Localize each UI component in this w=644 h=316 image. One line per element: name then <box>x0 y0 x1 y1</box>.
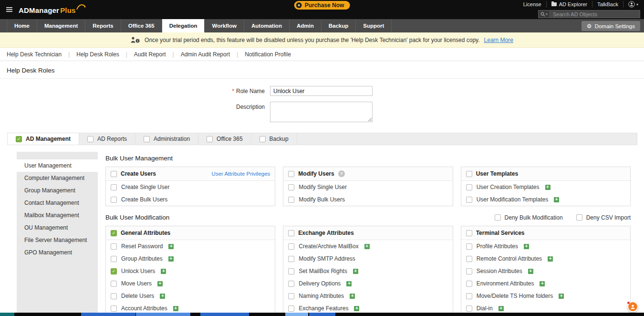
nav-tab-admin[interactable]: Admin <box>290 19 322 32</box>
group-checkbox[interactable] <box>288 230 294 236</box>
nav-tab-support[interactable]: Support <box>356 19 392 32</box>
item-checkbox[interactable] <box>288 281 294 287</box>
expand-plus-icon[interactable]: + <box>346 281 352 286</box>
group-header-link[interactable]: User Attribute Privileges <box>212 171 270 177</box>
sidebar-item-ou-management[interactable]: OU Management <box>17 221 98 234</box>
taskbar-item[interactable] <box>136 313 190 316</box>
subnav-item-admin-audit-report[interactable]: Admin Audit Report <box>174 51 237 58</box>
perm-tab-checkbox[interactable] <box>87 136 93 142</box>
item-checkbox[interactable] <box>288 268 294 274</box>
taskbar-item[interactable] <box>285 313 308 316</box>
item-checkbox[interactable] <box>111 197 117 203</box>
perm-tab-checkbox[interactable] <box>260 136 266 142</box>
taskbar-item[interactable] <box>0 313 14 316</box>
user-menu[interactable]: ▾ <box>623 1 640 8</box>
support-chat-bubble[interactable] <box>627 301 638 312</box>
top-link-license[interactable]: License <box>519 1 546 8</box>
perm-tab-checkbox[interactable] <box>207 136 213 142</box>
item-checkbox[interactable] <box>466 197 472 203</box>
taskbar-item[interactable] <box>81 313 135 316</box>
nav-tab-delegation[interactable]: Delegation <box>162 19 205 32</box>
expand-plus-icon[interactable]: + <box>160 294 165 299</box>
hamburger-menu-icon[interactable] <box>5 6 14 13</box>
group-checkbox[interactable] <box>466 230 472 236</box>
subnav-item-help-desk-roles[interactable]: Help Desk Roles <box>70 51 125 58</box>
learn-more-link[interactable]: Learn More <box>484 37 513 43</box>
item-checkbox[interactable]: ✓ <box>111 268 117 274</box>
perm-tab-office-365[interactable]: Office 365 <box>198 133 251 145</box>
expand-plus-icon[interactable]: + <box>545 185 551 190</box>
item-checkbox[interactable] <box>111 184 117 190</box>
item-checkbox[interactable] <box>288 197 294 203</box>
sidebar-item-computer-management[interactable]: Computer Management <box>17 172 98 184</box>
purchase-now-button[interactable]: Purchase Now <box>294 1 350 10</box>
subnav-item-help-desk-technician[interactable]: Help Desk Technician <box>7 51 68 58</box>
deny-checkbox[interactable] <box>576 214 582 221</box>
item-checkbox[interactable] <box>466 293 472 299</box>
item-checkbox[interactable] <box>111 243 117 250</box>
expand-plus-icon[interactable]: + <box>168 244 174 249</box>
perm-tab-checkbox[interactable]: ✓ <box>16 136 22 142</box>
item-checkbox[interactable] <box>466 305 472 312</box>
sidebar-item-group-management[interactable]: Group Management <box>17 184 98 197</box>
expand-plus-icon[interactable]: + <box>559 294 564 299</box>
expand-plus-icon[interactable]: + <box>157 281 163 286</box>
subnav-item-notification-profile[interactable]: Notification Profile <box>238 51 298 58</box>
expand-plus-icon[interactable]: + <box>528 269 533 274</box>
taskbar-item[interactable] <box>200 313 249 316</box>
nav-tab-reports[interactable]: Reports <box>85 19 121 32</box>
item-checkbox[interactable] <box>288 184 294 190</box>
expand-plus-icon[interactable]: + <box>353 269 358 274</box>
top-link-talkback[interactable]: TalkBack <box>592 1 623 8</box>
deny-option-deny-bulk-modification[interactable]: Deny Bulk Modification <box>495 214 563 221</box>
domain-settings-button[interactable]: ⚙ Domain Settings <box>582 21 640 31</box>
description-textarea[interactable] <box>270 102 373 122</box>
item-checkbox[interactable] <box>111 305 117 312</box>
search-input[interactable] <box>550 11 640 17</box>
nav-tab-automation[interactable]: Automation <box>244 19 290 32</box>
group-checkbox[interactable] <box>466 171 472 177</box>
sidebar-item-file-server-management[interactable]: File Server Management <box>17 234 98 246</box>
top-link-ad-explorer[interactable]: AD Explorer <box>546 1 592 8</box>
item-checkbox[interactable] <box>288 293 294 299</box>
group-checkbox[interactable] <box>111 171 117 177</box>
group-checkbox[interactable] <box>288 171 294 177</box>
deny-checkbox[interactable] <box>495 214 501 221</box>
perm-tab-checkbox[interactable] <box>144 136 150 142</box>
perm-tab-ad-reports[interactable]: AD Reports <box>79 133 135 145</box>
subnav-item-audit-report[interactable]: Audit Report <box>127 51 173 58</box>
item-checkbox[interactable] <box>288 305 294 312</box>
search-scope-dropdown[interactable]: ▾ <box>539 11 550 18</box>
expand-plus-icon[interactable]: + <box>524 244 529 249</box>
item-checkbox[interactable] <box>111 281 117 287</box>
deny-option-deny-csv-import[interactable]: Deny CSV Import <box>576 214 631 221</box>
expand-plus-icon[interactable]: + <box>364 244 370 249</box>
expand-plus-icon[interactable]: + <box>168 256 174 262</box>
sidebar-item-mailbox-management[interactable]: Mailbox Management <box>17 209 98 221</box>
item-checkbox[interactable] <box>466 243 472 250</box>
item-checkbox[interactable] <box>466 184 472 190</box>
item-checkbox[interactable] <box>111 256 117 262</box>
item-checkbox[interactable] <box>111 293 117 299</box>
expand-plus-icon[interactable]: + <box>173 306 178 311</box>
nav-tab-workflow[interactable]: Workflow <box>205 19 244 32</box>
nav-tab-backup[interactable]: Backup <box>322 19 356 32</box>
expand-plus-icon[interactable]: + <box>161 269 166 274</box>
item-checkbox[interactable] <box>288 256 294 262</box>
item-checkbox[interactable] <box>466 268 472 274</box>
expand-plus-icon[interactable]: + <box>354 306 359 311</box>
perm-tab-backup[interactable]: Backup <box>251 133 297 145</box>
perm-tab-administration[interactable]: Administration <box>135 133 198 145</box>
expand-plus-icon[interactable]: + <box>350 294 355 299</box>
nav-tab-office-365[interactable]: Office 365 <box>121 19 162 32</box>
expand-plus-icon[interactable]: + <box>548 256 553 262</box>
taskbar-item[interactable] <box>309 313 335 316</box>
item-checkbox[interactable] <box>466 256 472 262</box>
sidebar-item-user-management[interactable]: User Management <box>17 159 98 172</box>
sidebar-item-contact-management[interactable]: Contact Management <box>17 197 98 209</box>
role-name-input[interactable] <box>270 86 373 96</box>
help-icon[interactable]: ? <box>338 170 345 177</box>
perm-tab-ad-management[interactable]: ✓AD Management <box>8 133 79 145</box>
expand-plus-icon[interactable]: + <box>499 306 504 311</box>
expand-plus-icon[interactable]: + <box>540 281 545 286</box>
